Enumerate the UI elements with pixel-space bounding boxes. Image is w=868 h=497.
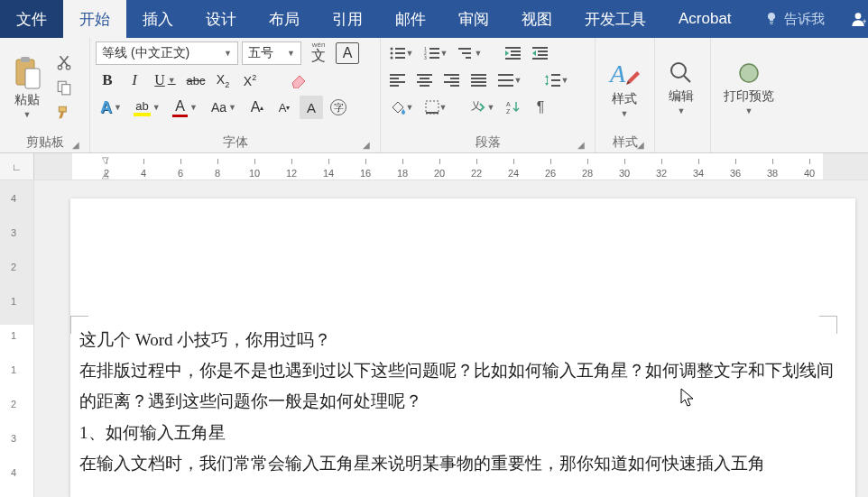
lightbulb-icon — [764, 12, 779, 26]
line-spacing-icon — [545, 73, 561, 87]
editing-label: 编辑 — [669, 88, 694, 105]
distribute-button[interactable]: ▼ — [494, 69, 525, 92]
ruler-horizontal[interactable]: ▽ △ 246810121416182022242628303234363840 — [34, 153, 868, 179]
document-area[interactable]: 这几个 Word 小技巧，你用过吗？ 在排版过程中，你是不是也遇到过以下这些问题… — [34, 180, 868, 497]
svg-rect-35 — [390, 85, 399, 87]
print-preview-label: 打印预览 — [724, 88, 774, 105]
paste-icon — [13, 56, 42, 90]
format-painter-button[interactable] — [52, 101, 76, 124]
svg-rect-40 — [444, 74, 459, 76]
bold-button[interactable]: B — [96, 69, 119, 92]
font-color-button[interactable]: A▼ — [168, 96, 202, 119]
underline-button[interactable]: U▼ — [150, 69, 180, 92]
svg-rect-31 — [532, 58, 548, 60]
cut-button[interactable] — [52, 51, 76, 74]
shrink-font-button[interactable]: A▾ — [272, 96, 296, 119]
group-font-label: 字体 — [223, 134, 248, 151]
borders-button[interactable]: ▼ — [420, 96, 451, 119]
eraser-icon — [290, 72, 308, 88]
numbering-button[interactable]: 123▼ — [420, 41, 451, 65]
grow-font-button[interactable]: A▴ — [245, 96, 269, 119]
svg-text:A: A — [608, 60, 626, 87]
asian-layout-button[interactable]: 乂▼ — [467, 96, 498, 119]
dialog-launcher-clipboard[interactable]: ◢ — [69, 138, 82, 151]
increase-indent-button[interactable] — [529, 41, 552, 65]
italic-button[interactable]: I — [123, 69, 146, 92]
align-right-button[interactable] — [440, 69, 464, 92]
dialog-launcher-font[interactable]: ◢ — [360, 138, 373, 151]
clear-formatting-button[interactable] — [287, 69, 310, 92]
align-center-button[interactable] — [413, 69, 437, 92]
numbering-icon: 123 — [424, 47, 440, 60]
subscript-button[interactable]: X2 — [211, 69, 235, 92]
decrease-indent-button[interactable] — [502, 41, 525, 65]
change-case-button[interactable]: Aa▼ — [206, 96, 242, 119]
highlight-button[interactable]: ab▼ — [130, 96, 164, 119]
enclose-char-button[interactable]: 字 — [327, 96, 350, 119]
align-left-button[interactable] — [386, 69, 410, 92]
paste-button[interactable]: 粘贴 ▼ — [5, 54, 49, 121]
char-shading-button[interactable]: A — [300, 96, 323, 119]
font-size-select[interactable]: 五号 ▼ — [242, 41, 301, 65]
justify-button[interactable] — [467, 69, 491, 92]
svg-rect-49 — [498, 79, 513, 81]
sort-icon: AZ — [506, 100, 521, 115]
shading-button[interactable]: ▼ — [386, 96, 417, 119]
text-effects-button[interactable]: A▼ — [96, 96, 126, 119]
phonetic-label: 文 — [311, 47, 326, 66]
ruler-tick: 24 — [508, 168, 519, 179]
doc-paragraph-4[interactable]: 在输入文档时，我们常常会输入五角星来说明某事物的重要性，那你知道如何快速插入五角 — [79, 448, 846, 479]
tab-review[interactable]: 审阅 — [442, 0, 505, 38]
line-spacing-button[interactable]: ▼ — [541, 69, 572, 92]
tab-developer[interactable]: 开发工具 — [568, 0, 662, 38]
share-button[interactable]: + 共 — [841, 0, 868, 38]
tab-view[interactable]: 视图 — [505, 0, 568, 38]
svg-rect-53 — [551, 79, 560, 81]
chevron-down-icon: ▼ — [406, 49, 414, 58]
font-name-select[interactable]: 等线 (中文正文) ▼ — [96, 41, 238, 65]
doc-paragraph-2[interactable]: 在排版过程中，你是不是也遇到过以下这些问题呢？比如如何输入五角星？如何调整文字和… — [79, 355, 846, 417]
dialog-launcher-styles[interactable]: ◢ — [634, 138, 647, 151]
char-border-button[interactable]: A — [336, 42, 359, 64]
phonetic-guide-button[interactable]: wén 文 — [305, 41, 332, 65]
indent-marker-top[interactable]: ▽ — [102, 155, 109, 165]
tell-me-search[interactable]: 告诉我 — [748, 0, 841, 38]
tab-design[interactable]: 设计 — [189, 0, 253, 38]
svg-rect-21 — [458, 48, 471, 50]
ruler-tick: 32 — [656, 168, 667, 179]
tab-mailings[interactable]: 邮件 — [379, 0, 442, 38]
tab-selector[interactable]: ∟ — [0, 153, 34, 179]
ruler-horizontal-area: ∟ ▽ △ 2468101214161820222426283032343638… — [0, 153, 868, 180]
sort-button[interactable]: AZ — [502, 96, 525, 119]
ruler-tick: 36 — [730, 168, 741, 179]
print-preview-button[interactable]: 打印预览 ▼ — [716, 58, 781, 117]
styles-button[interactable]: A 样式 ▼ — [601, 55, 648, 120]
superscript-button[interactable]: X2 — [238, 69, 262, 92]
multilevel-list-button[interactable]: ▼ — [455, 41, 485, 65]
dialog-launcher-paragraph[interactable]: ◢ — [575, 138, 587, 151]
show-marks-button[interactable]: ¶ — [529, 96, 552, 119]
chevron-down-icon: ▼ — [514, 76, 522, 85]
tab-acrobat[interactable]: Acrobat — [662, 0, 748, 38]
copy-button[interactable] — [52, 76, 76, 99]
group-paragraph-label: 段落 — [476, 134, 501, 151]
asian-layout-icon: 乂 — [471, 100, 487, 115]
doc-paragraph-3[interactable]: 1、如何输入五角星 — [79, 418, 846, 448]
copy-icon — [56, 79, 72, 96]
bullets-button[interactable]: ▼ — [386, 41, 417, 65]
svg-rect-38 — [417, 81, 432, 83]
svg-rect-39 — [420, 85, 429, 87]
vruler-tick: 1 — [11, 330, 16, 341]
chevron-down-icon: ▼ — [406, 103, 414, 112]
strikethrough-button[interactable]: abc — [184, 69, 208, 92]
tab-references[interactable]: 引用 — [316, 0, 379, 38]
editing-button[interactable]: 编辑 ▼ — [660, 58, 702, 117]
tab-insert[interactable]: 插入 — [126, 0, 189, 38]
ruler-tick: 22 — [471, 168, 482, 179]
tab-home[interactable]: 开始 — [63, 0, 126, 38]
doc-paragraph-1[interactable]: 这几个 Word 小技巧，你用过吗？ — [79, 325, 846, 355]
tab-file[interactable]: 文件 — [0, 0, 63, 38]
ruler-vertical[interactable]: 432111234 — [0, 180, 34, 497]
tab-layout[interactable]: 布局 — [253, 0, 316, 38]
svg-rect-48 — [498, 74, 513, 76]
